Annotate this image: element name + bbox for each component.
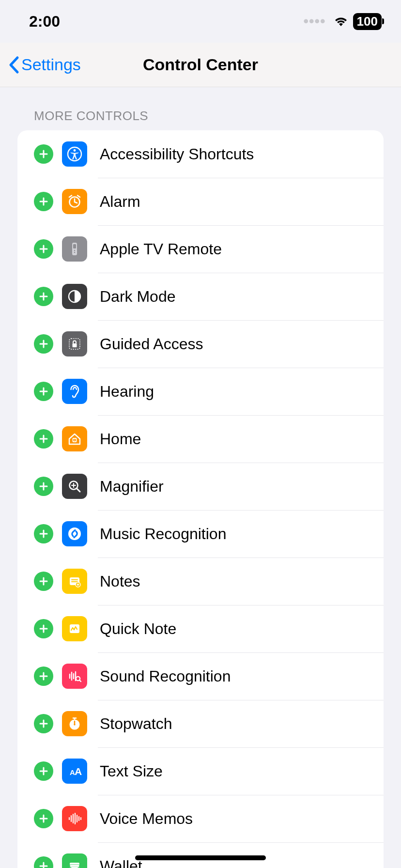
control-label: Dark Mode: [100, 288, 176, 306]
control-label: Notes: [100, 573, 140, 590]
control-row-stopwatch: Stopwatch: [17, 700, 384, 747]
section-header: MORE CONTROLS: [0, 87, 401, 130]
control-row-dark-mode: Dark Mode: [17, 273, 384, 320]
add-button[interactable]: [34, 334, 53, 354]
house-icon: [62, 426, 87, 451]
svg-point-16: [74, 252, 76, 253]
add-button[interactable]: [34, 287, 53, 306]
status-right: •••• 100: [304, 13, 382, 30]
control-label: Home: [100, 430, 141, 448]
ear-icon: [62, 379, 87, 404]
add-button[interactable]: [34, 382, 53, 401]
control-label: Quick Note: [100, 620, 176, 638]
add-button[interactable]: [34, 856, 53, 868]
control-label: Guided Access: [100, 335, 203, 353]
magnifier-icon: [62, 474, 87, 499]
control-row-text-size: AAText Size: [17, 747, 384, 795]
control-label: Apple TV Remote: [100, 240, 222, 258]
svg-rect-14: [73, 244, 76, 248]
add-button[interactable]: [34, 524, 53, 543]
back-label: Settings: [21, 55, 81, 74]
control-row-magnifier: Magnifier: [17, 463, 384, 510]
control-label: Alarm: [100, 193, 140, 211]
add-button[interactable]: [34, 429, 53, 449]
svg-point-3: [74, 149, 76, 152]
control-row-voice-memos: Voice Memos: [17, 795, 384, 842]
add-button[interactable]: [34, 714, 53, 733]
svg-line-9: [69, 196, 72, 198]
add-button[interactable]: [34, 144, 53, 164]
add-button[interactable]: [34, 666, 53, 686]
textsize-icon: AA: [62, 759, 87, 784]
control-label: Text Size: [100, 762, 163, 780]
add-button[interactable]: [34, 761, 53, 781]
svg-text:A: A: [75, 766, 82, 777]
control-row-alarm: Alarm: [17, 178, 384, 225]
svg-point-15: [74, 250, 76, 251]
control-label: Magnifier: [100, 478, 164, 496]
add-button[interactable]: [34, 619, 53, 638]
control-row-music-recognition: Music Recognition: [17, 510, 384, 558]
control-label: Sound Recognition: [100, 667, 231, 685]
battery-level: 100: [357, 14, 378, 29]
control-label: Voice Memos: [100, 810, 193, 828]
accessibility-icon: [62, 141, 87, 167]
control-row-guided-access: Guided Access: [17, 320, 384, 368]
more-controls-list: Accessibility ShortcutsAlarmApple TV Rem…: [17, 130, 384, 868]
control-row-quick-note: Quick Note: [17, 605, 384, 652]
alarm-icon: [62, 189, 87, 214]
control-label: Hearing: [100, 383, 154, 401]
control-row-home: Home: [17, 415, 384, 463]
svg-point-38: [68, 527, 81, 540]
notes-icon: [62, 569, 87, 594]
svg-line-10: [77, 196, 80, 198]
nav-header: Settings Control Center: [0, 43, 401, 87]
control-label: Stopwatch: [100, 715, 172, 733]
control-label: Music Recognition: [100, 525, 226, 543]
control-row-accessibility-shortcuts: Accessibility Shortcuts: [17, 130, 384, 178]
control-row-apple-tv-remote: Apple TV Remote: [17, 225, 384, 273]
home-indicator: [135, 855, 266, 860]
waveform-icon: [62, 806, 87, 831]
page-title: Control Center: [143, 55, 258, 74]
wallet-icon: [62, 853, 87, 868]
remote-icon: [62, 236, 87, 262]
svg-point-29: [74, 440, 75, 441]
control-row-sound-recognition: Sound Recognition: [17, 652, 384, 700]
status-bar: 2:00 •••• 100: [0, 0, 401, 43]
svg-point-62: [74, 724, 75, 725]
add-button[interactable]: [34, 572, 53, 591]
battery-badge: 100: [353, 13, 382, 30]
control-label: Accessibility Shortcuts: [100, 145, 254, 163]
status-time: 2:00: [29, 13, 60, 31]
chevron-left-icon: [8, 56, 19, 74]
shazam-icon: [62, 521, 87, 546]
add-button[interactable]: [34, 239, 53, 259]
add-button[interactable]: [34, 192, 53, 211]
stopwatch-icon: [62, 711, 87, 736]
svg-line-33: [77, 489, 80, 492]
control-row-notes: Notes: [17, 558, 384, 605]
add-button[interactable]: [34, 809, 53, 828]
cellular-dots-icon: ••••: [304, 13, 326, 30]
soundrec-icon: [62, 664, 87, 689]
add-button[interactable]: [34, 477, 53, 496]
svg-rect-81: [70, 865, 79, 867]
control-row-hearing: Hearing: [17, 368, 384, 415]
wifi-icon: [334, 16, 348, 27]
darkmode-icon: [62, 284, 87, 309]
svg-rect-23: [73, 343, 77, 347]
svg-line-8: [75, 202, 77, 203]
svg-line-57: [79, 680, 81, 682]
lock-icon: [62, 331, 87, 356]
back-button[interactable]: Settings: [0, 55, 81, 74]
quicknote-icon: [62, 616, 87, 641]
